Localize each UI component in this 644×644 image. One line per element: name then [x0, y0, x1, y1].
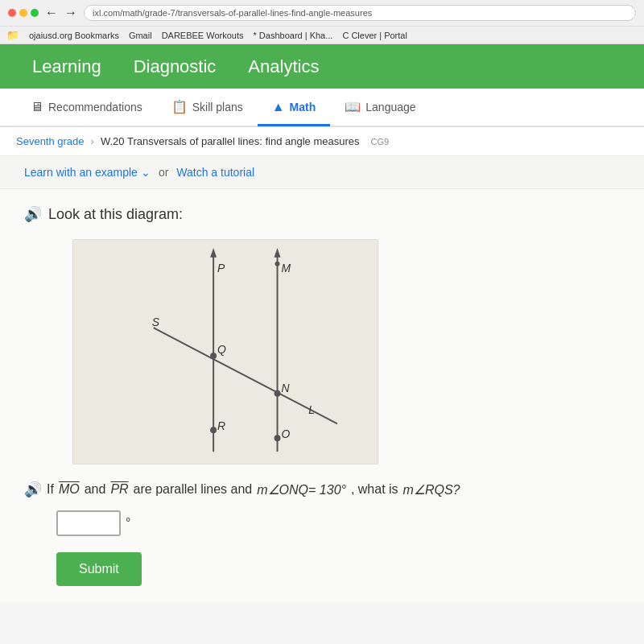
svg-point-22: [275, 262, 280, 266]
speaker-icon-2[interactable]: 🔊: [24, 481, 42, 498]
speaker-icon[interactable]: 🔊: [24, 205, 42, 223]
ixl-nav: Learning Diagnostic Analytics: [0, 44, 644, 89]
submit-button[interactable]: Submit: [56, 552, 142, 586]
tab-math[interactable]: ▲ Math: [258, 89, 331, 126]
answer-area: °: [56, 510, 620, 536]
skillplans-icon: 📋: [171, 99, 188, 114]
nav-learning[interactable]: Learning: [16, 44, 118, 89]
tab-recommendations[interactable]: 🖥 Recommendations: [16, 89, 157, 126]
svg-point-21: [275, 435, 281, 441]
back-icon[interactable]: ←: [45, 6, 58, 20]
question2: 🔊 If MO and PR are parallel lines and m∠…: [24, 481, 620, 498]
breadcrumb-arrow: ›: [91, 135, 94, 147]
question-instruction: 🔊 Look at this diagram:: [24, 205, 620, 223]
bookmark-darebee[interactable]: DAREBEE Workouts: [162, 31, 244, 40]
nav-diagnostic[interactable]: Diagnostic: [118, 44, 233, 89]
svg-text:L: L: [308, 403, 315, 416]
angle-onq: m∠ONQ= 130°: [257, 482, 346, 497]
diagram-container: P M S Q N L R O: [72, 239, 378, 464]
svg-text:M: M: [282, 262, 291, 275]
answer-input[interactable]: [56, 510, 121, 536]
math-icon: ▲: [272, 100, 285, 114]
tab-skill-plans[interactable]: 📋 Skill plans: [157, 89, 258, 126]
svg-text:N: N: [282, 382, 291, 394]
bookmark-ojaiusd[interactable]: ojaiusd.org Bookmarks: [29, 31, 119, 40]
browser-controls: [8, 9, 39, 17]
svg-point-19: [275, 390, 281, 397]
browser-bar: ← → ixl.com/math/grade-7/transversals-of…: [0, 0, 644, 27]
lesson-badge: CG9: [370, 137, 389, 147]
minimize-btn[interactable]: [19, 9, 27, 17]
geometry-diagram: P M S Q N L R O: [73, 240, 378, 464]
chevron-down-icon: ⌄: [141, 166, 151, 179]
bookmark-gmail[interactable]: Gmail: [129, 31, 152, 40]
or-text: or: [159, 166, 168, 179]
example-bar: Learn with an example ⌄ or Watch a tutor…: [0, 156, 644, 189]
close-btn[interactable]: [8, 9, 16, 17]
svg-text:Q: Q: [217, 343, 226, 356]
nav-analytics[interactable]: Analytics: [232, 44, 335, 89]
recommendations-icon: 🖥: [31, 100, 43, 114]
svg-text:S: S: [152, 316, 160, 328]
bookmark-dashboard[interactable]: * Dashboard | Kha...: [254, 31, 333, 40]
bookmark-clever[interactable]: C Clever | Portal: [342, 31, 407, 40]
svg-point-18: [210, 353, 217, 359]
svg-text:R: R: [217, 419, 225, 432]
breadcrumb-grade[interactable]: Seventh grade: [16, 135, 85, 147]
language-icon: 📖: [345, 99, 361, 114]
breadcrumb-lesson: W.20 Transversals of parallel lines: fin…: [101, 135, 360, 147]
svg-point-20: [210, 427, 217, 433]
tab-bar: 🖥 Recommendations 📋 Skill plans ▲ Math 📖…: [0, 89, 644, 127]
svg-text:O: O: [282, 427, 291, 440]
svg-text:P: P: [217, 262, 225, 275]
forward-icon[interactable]: →: [64, 6, 77, 20]
maximize-btn[interactable]: [31, 9, 39, 17]
url-bar[interactable]: ixl.com/math/grade-7/transversals-of-par…: [84, 5, 636, 21]
angle-rqs: m∠RQS?: [403, 482, 460, 497]
question-area: 🔊 Look at this diagram: P M S: [0, 189, 644, 602]
breadcrumb-bar: Seventh grade › W.20 Transversals of par…: [0, 127, 644, 156]
line-pr: PR: [110, 482, 128, 497]
line-mo: MO: [59, 482, 80, 497]
degree-symbol: °: [126, 516, 130, 530]
example-link[interactable]: Learn with an example ⌄: [24, 166, 151, 179]
bookmarks-bar: 📁 ojaiusd.org Bookmarks Gmail DAREBEE Wo…: [0, 27, 644, 44]
tutorial-link[interactable]: Watch a tutorial: [176, 166, 254, 179]
tab-language[interactable]: 📖 Language: [330, 89, 430, 126]
